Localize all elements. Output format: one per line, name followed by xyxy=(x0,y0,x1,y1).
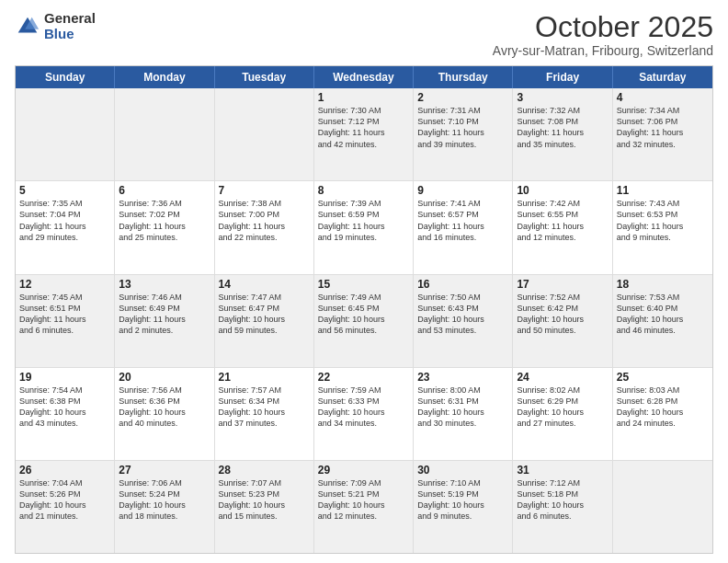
cal-cell: 11Sunrise: 7:43 AM Sunset: 6:53 PM Dayli… xyxy=(613,181,712,273)
cal-header-wednesday: Wednesday xyxy=(314,66,414,88)
cal-cell: 4Sunrise: 7:34 AM Sunset: 7:06 PM Daylig… xyxy=(613,88,712,180)
cal-cell: 28Sunrise: 7:07 AM Sunset: 5:23 PM Dayli… xyxy=(215,461,314,553)
cal-cell xyxy=(115,88,214,180)
cal-cell xyxy=(16,88,115,180)
day-number: 19 xyxy=(19,371,110,384)
cal-cell: 3Sunrise: 7:32 AM Sunset: 7:08 PM Daylig… xyxy=(513,88,612,180)
day-number: 26 xyxy=(19,464,110,477)
cal-week-0: 1Sunrise: 7:30 AM Sunset: 7:12 PM Daylig… xyxy=(16,88,712,181)
cal-cell: 9Sunrise: 7:41 AM Sunset: 6:57 PM Daylig… xyxy=(414,181,513,273)
logo-icon xyxy=(15,14,40,40)
day-info: Sunrise: 7:54 AM Sunset: 6:38 PM Dayligh… xyxy=(19,385,110,430)
cal-header-thursday: Thursday xyxy=(414,66,513,88)
month-title: October 2025 xyxy=(493,11,713,43)
day-number: 5 xyxy=(19,184,110,197)
cal-cell xyxy=(613,461,712,553)
day-info: Sunrise: 7:52 AM Sunset: 6:42 PM Dayligh… xyxy=(517,292,608,337)
title-block: October 2025 Avry-sur-Matran, Fribourg, … xyxy=(493,11,713,58)
cal-cell: 13Sunrise: 7:46 AM Sunset: 6:49 PM Dayli… xyxy=(115,275,214,367)
day-number: 28 xyxy=(219,464,310,477)
cal-header-tuesday: Tuesday xyxy=(215,66,314,88)
day-info: Sunrise: 7:04 AM Sunset: 5:26 PM Dayligh… xyxy=(19,477,110,523)
day-info: Sunrise: 7:46 AM Sunset: 6:49 PM Dayligh… xyxy=(119,292,210,337)
cal-cell: 10Sunrise: 7:42 AM Sunset: 6:55 PM Dayli… xyxy=(513,181,612,273)
day-number: 2 xyxy=(417,91,508,104)
day-number: 12 xyxy=(19,278,110,291)
day-number: 10 xyxy=(517,184,608,197)
calendar-header-row: SundayMondayTuesdayWednesdayThursdayFrid… xyxy=(16,66,712,88)
day-info: Sunrise: 7:07 AM Sunset: 5:23 PM Dayligh… xyxy=(219,477,310,523)
day-info: Sunrise: 7:49 AM Sunset: 6:45 PM Dayligh… xyxy=(318,292,409,337)
cal-cell: 22Sunrise: 7:59 AM Sunset: 6:33 PM Dayli… xyxy=(314,368,414,460)
cal-cell: 8Sunrise: 7:39 AM Sunset: 6:59 PM Daylig… xyxy=(314,181,414,273)
cal-cell: 15Sunrise: 7:49 AM Sunset: 6:45 PM Dayli… xyxy=(314,275,414,367)
day-info: Sunrise: 7:57 AM Sunset: 6:34 PM Dayligh… xyxy=(219,385,310,430)
cal-cell: 19Sunrise: 7:54 AM Sunset: 6:38 PM Dayli… xyxy=(16,368,115,460)
day-info: Sunrise: 7:10 AM Sunset: 5:19 PM Dayligh… xyxy=(417,477,508,523)
day-number: 31 xyxy=(517,464,608,477)
cal-cell: 17Sunrise: 7:52 AM Sunset: 6:42 PM Dayli… xyxy=(513,275,612,367)
cal-cell xyxy=(215,88,314,180)
page: General Blue October 2025 Avry-sur-Matra… xyxy=(0,0,728,563)
day-info: Sunrise: 7:56 AM Sunset: 6:36 PM Dayligh… xyxy=(119,385,210,430)
cal-header-sunday: Sunday xyxy=(16,66,115,88)
cal-cell: 12Sunrise: 7:45 AM Sunset: 6:51 PM Dayli… xyxy=(16,275,115,367)
day-info: Sunrise: 8:03 AM Sunset: 6:28 PM Dayligh… xyxy=(617,385,709,430)
day-number: 20 xyxy=(119,371,210,384)
cal-header-friday: Friday xyxy=(513,66,612,88)
calendar: SundayMondayTuesdayWednesdayThursdayFrid… xyxy=(15,65,713,554)
day-number: 13 xyxy=(119,278,210,291)
logo: General Blue xyxy=(15,11,96,41)
day-number: 27 xyxy=(119,464,210,477)
day-info: Sunrise: 7:09 AM Sunset: 5:21 PM Dayligh… xyxy=(318,477,409,523)
cal-week-4: 26Sunrise: 7:04 AM Sunset: 5:26 PM Dayli… xyxy=(16,461,712,553)
location-title: Avry-sur-Matran, Fribourg, Switzerland xyxy=(493,43,713,58)
day-info: Sunrise: 7:42 AM Sunset: 6:55 PM Dayligh… xyxy=(517,198,608,243)
day-number: 6 xyxy=(119,184,210,197)
cal-cell: 5Sunrise: 7:35 AM Sunset: 7:04 PM Daylig… xyxy=(16,181,115,273)
cal-cell: 14Sunrise: 7:47 AM Sunset: 6:47 PM Dayli… xyxy=(215,275,314,367)
cal-cell: 1Sunrise: 7:30 AM Sunset: 7:12 PM Daylig… xyxy=(314,88,414,180)
cal-cell: 27Sunrise: 7:06 AM Sunset: 5:24 PM Dayli… xyxy=(115,461,214,553)
day-info: Sunrise: 7:38 AM Sunset: 7:00 PM Dayligh… xyxy=(219,198,310,243)
day-info: Sunrise: 7:30 AM Sunset: 7:12 PM Dayligh… xyxy=(318,105,409,150)
cal-week-2: 12Sunrise: 7:45 AM Sunset: 6:51 PM Dayli… xyxy=(16,275,712,368)
cal-cell: 16Sunrise: 7:50 AM Sunset: 6:43 PM Dayli… xyxy=(414,275,513,367)
cal-cell: 30Sunrise: 7:10 AM Sunset: 5:19 PM Dayli… xyxy=(414,461,513,553)
day-info: Sunrise: 7:34 AM Sunset: 7:06 PM Dayligh… xyxy=(617,105,709,150)
cal-header-saturday: Saturday xyxy=(613,66,712,88)
day-number: 8 xyxy=(318,184,409,197)
cal-cell: 18Sunrise: 7:53 AM Sunset: 6:40 PM Dayli… xyxy=(613,275,712,367)
day-number: 15 xyxy=(318,278,409,291)
day-number: 24 xyxy=(517,371,608,384)
day-number: 17 xyxy=(517,278,608,291)
day-info: Sunrise: 7:06 AM Sunset: 5:24 PM Dayligh… xyxy=(119,477,210,523)
day-number: 18 xyxy=(617,278,709,291)
day-number: 14 xyxy=(219,278,310,291)
cal-cell: 7Sunrise: 7:38 AM Sunset: 7:00 PM Daylig… xyxy=(215,181,314,273)
day-number: 21 xyxy=(219,371,310,384)
day-info: Sunrise: 7:53 AM Sunset: 6:40 PM Dayligh… xyxy=(617,292,709,337)
cal-cell: 25Sunrise: 8:03 AM Sunset: 6:28 PM Dayli… xyxy=(613,368,712,460)
day-number: 22 xyxy=(318,371,409,384)
day-number: 3 xyxy=(517,91,608,104)
logo-text: General Blue xyxy=(44,11,96,41)
cal-cell: 24Sunrise: 8:02 AM Sunset: 6:29 PM Dayli… xyxy=(513,368,612,460)
day-info: Sunrise: 7:59 AM Sunset: 6:33 PM Dayligh… xyxy=(318,385,409,430)
cal-cell: 29Sunrise: 7:09 AM Sunset: 5:21 PM Dayli… xyxy=(314,461,414,553)
cal-week-3: 19Sunrise: 7:54 AM Sunset: 6:38 PM Dayli… xyxy=(16,368,712,461)
cal-cell: 21Sunrise: 7:57 AM Sunset: 6:34 PM Dayli… xyxy=(215,368,314,460)
day-info: Sunrise: 7:47 AM Sunset: 6:47 PM Dayligh… xyxy=(219,292,310,337)
day-info: Sunrise: 8:02 AM Sunset: 6:29 PM Dayligh… xyxy=(517,385,608,430)
cal-cell: 20Sunrise: 7:56 AM Sunset: 6:36 PM Dayli… xyxy=(115,368,214,460)
day-info: Sunrise: 7:31 AM Sunset: 7:10 PM Dayligh… xyxy=(417,105,508,150)
cal-cell: 31Sunrise: 7:12 AM Sunset: 5:18 PM Dayli… xyxy=(513,461,612,553)
day-number: 25 xyxy=(617,371,709,384)
day-number: 11 xyxy=(617,184,709,197)
day-number: 29 xyxy=(318,464,409,477)
day-number: 16 xyxy=(417,278,508,291)
day-info: Sunrise: 7:43 AM Sunset: 6:53 PM Dayligh… xyxy=(617,198,709,243)
day-info: Sunrise: 7:32 AM Sunset: 7:08 PM Dayligh… xyxy=(517,105,608,150)
day-info: Sunrise: 8:00 AM Sunset: 6:31 PM Dayligh… xyxy=(417,385,508,430)
day-info: Sunrise: 7:50 AM Sunset: 6:43 PM Dayligh… xyxy=(417,292,508,337)
